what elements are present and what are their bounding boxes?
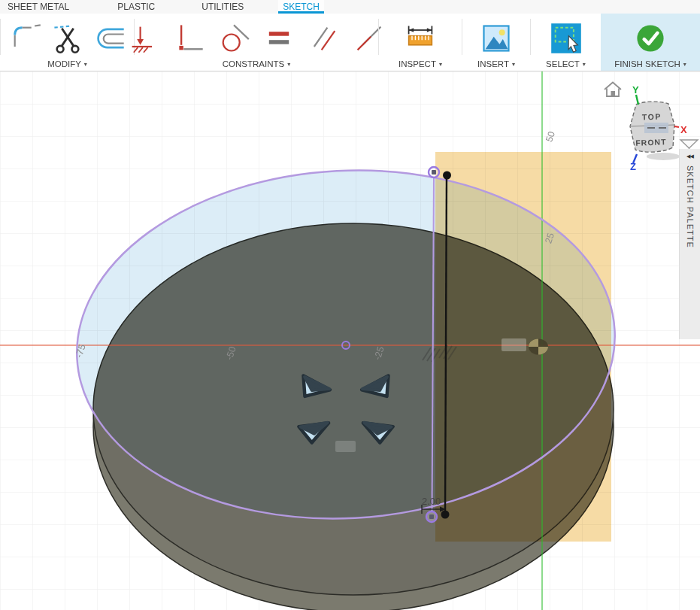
tab-utilities[interactable]: UTILITIES <box>197 0 248 14</box>
inspect-dropdown[interactable]: INSPECT ▾ <box>398 59 442 68</box>
tab-sheet-metal[interactable]: SHEET METAL <box>3 0 74 14</box>
finish-sketch-check-icon <box>634 22 667 55</box>
trim-scissors-icon[interactable] <box>51 22 84 55</box>
viewcube-front-face[interactable]: FRONT <box>635 137 667 147</box>
insert-image-icon[interactable] <box>480 22 513 55</box>
toolbar-group-inspect: INSPECT ▾ <box>379 14 462 71</box>
viewport-canvas[interactable]: 2.00 -75 -50 -25 50 25 TOP <box>0 71 700 610</box>
fusion-sketch-window: SHEET METAL PLASTIC UTILITIES SKETCH <box>0 0 700 610</box>
sketch-palette-title[interactable]: SKETCH PALETTE <box>686 165 695 248</box>
chevron-down-icon: ▾ <box>683 61 686 68</box>
horizontal-vertical-constraint-icon[interactable] <box>172 22 205 55</box>
fillet-icon[interactable] <box>9 22 42 55</box>
axis-y-label: Y <box>632 84 639 96</box>
toolbar-group-constraints: CONSTRAINTS ▾ <box>135 14 378 71</box>
parallel-constraint-icon[interactable] <box>308 22 341 55</box>
chevron-down-icon: ▾ <box>287 61 290 68</box>
axis-z-label: Z <box>630 161 636 172</box>
faded-badge <box>335 441 356 452</box>
toolbar-group-select: SELECT ▾ <box>531 14 601 71</box>
chevron-down-icon: ▾ <box>583 61 586 68</box>
sketch-palette-panel: ◀◀ SKETCH PALETTE <box>679 149 700 339</box>
chevron-down-icon: ▾ <box>512 61 515 68</box>
insert-dropdown[interactable]: INSERT ▾ <box>477 59 515 68</box>
finish-sketch-button[interactable]: FINISH SKETCH ▾ <box>601 14 700 71</box>
viewcube-shadow <box>647 153 680 160</box>
viewcube-top-face[interactable]: TOP <box>642 112 662 122</box>
ribbon-tabbar: SHEET METAL PLASTIC UTILITIES SKETCH <box>0 0 700 14</box>
chevron-down-icon: ▾ <box>439 61 442 68</box>
measure-icon[interactable] <box>404 22 437 55</box>
sketch-point-bottom[interactable] <box>426 511 437 522</box>
modify-dropdown[interactable]: MODIFY ▾ <box>47 59 87 68</box>
toolbar-group-insert: INSERT ▾ <box>462 14 530 71</box>
sketch-3d-scene: 2.00 -75 -50 -25 50 25 TOP <box>0 71 700 610</box>
tangent-constraint-icon[interactable] <box>217 22 250 55</box>
svg-text:2.00: 2.00 <box>422 496 441 507</box>
equal-constraint-icon[interactable] <box>262 22 295 55</box>
sketch-point-top[interactable] <box>429 167 439 178</box>
faded-dimension-box <box>502 338 526 351</box>
ribbon-toolbar: MODIFY ▾ <box>0 14 700 71</box>
tab-sketch[interactable]: SKETCH <box>278 0 324 14</box>
constraints-dropdown[interactable]: CONSTRAINTS ▾ <box>223 59 290 68</box>
select-dropdown[interactable]: SELECT ▾ <box>546 59 586 68</box>
line-endpoint-top[interactable] <box>443 171 451 180</box>
axis-x-label: X <box>680 124 687 135</box>
center-of-mass-icon[interactable] <box>529 339 548 355</box>
tab-plastic[interactable]: PLASTIC <box>113 0 159 14</box>
toolbar-group-modify: MODIFY ▾ <box>1 14 134 71</box>
offset-icon[interactable] <box>93 22 126 55</box>
line-endpoint-bottom[interactable] <box>441 511 450 519</box>
fixed-constraint-icon[interactable] <box>127 22 160 55</box>
chevron-down-icon: ▾ <box>84 61 87 68</box>
select-window-icon[interactable] <box>550 22 583 55</box>
palette-expand-button[interactable]: ◀◀ <box>686 153 693 159</box>
